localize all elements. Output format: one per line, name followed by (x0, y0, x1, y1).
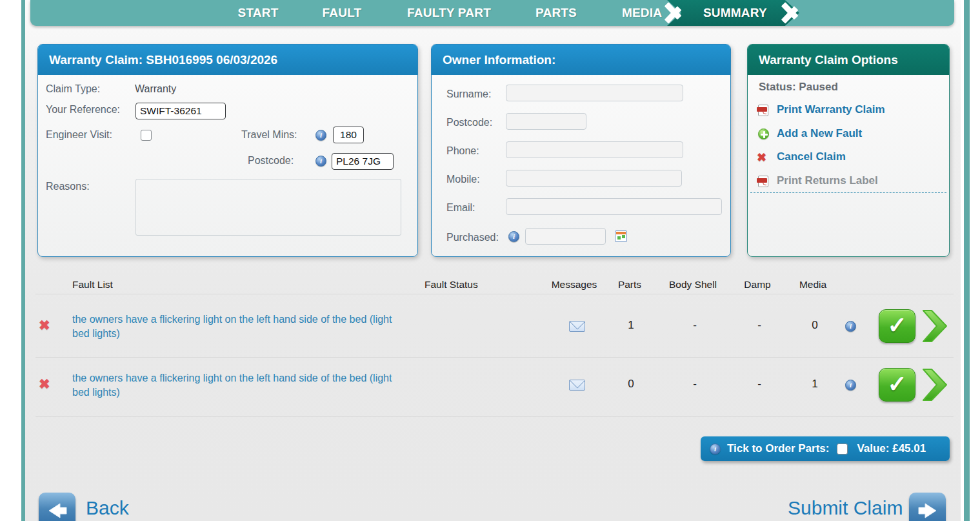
chevron-right-icon (783, 0, 800, 26)
open-fault-arrow-icon[interactable] (921, 309, 948, 343)
nav-step-fault[interactable]: FAULT (323, 0, 362, 26)
pdf-icon (758, 176, 768, 187)
warranty-claim-options-header: Warranty Claim Options (748, 45, 949, 75)
add-new-fault-link[interactable]: Add a New Fault (777, 127, 862, 140)
media-count: 0 (812, 319, 817, 332)
print-warranty-claim-link[interactable]: Print Warranty Claim (777, 103, 885, 116)
owner-information-panel-header: Owner Information: (432, 45, 730, 75)
delete-fault-icon[interactable]: ✖ (39, 318, 50, 332)
add-icon (758, 128, 769, 139)
info-icon[interactable] (845, 321, 856, 332)
travel-mins-label: Travel Mins: (241, 129, 297, 141)
divider (35, 294, 954, 294)
step-navigation-bar: START FAULT FAULTY PART PARTS MEDIA SUMM… (30, 0, 954, 26)
email-label: Email: (446, 202, 475, 214)
your-reference-input[interactable] (135, 103, 226, 119)
warranty-claim-panel-header: Warranty Claim: SBH016995 06/03/2026 (38, 45, 417, 75)
owner-postcode-label: Postcode: (446, 117, 492, 128)
nav-step-start[interactable]: START (238, 0, 279, 26)
your-reference-label: Your Reference: (46, 104, 120, 116)
back-label[interactable]: Back (86, 497, 129, 519)
message-envelope-icon[interactable] (569, 321, 585, 332)
back-arrow-icon (45, 498, 70, 521)
visit-postcode-label: Postcode: (248, 155, 294, 167)
mobile-input[interactable] (506, 170, 682, 187)
reasons-label: Reasons: (46, 181, 90, 192)
nav-step-parts[interactable]: PARTS (535, 0, 577, 26)
delete-fault-icon[interactable]: ✖ (39, 377, 50, 391)
mobile-label: Mobile: (446, 174, 480, 185)
nav-step-faulty-part[interactable]: FAULTY PART (407, 0, 491, 26)
engineer-visit-label: Engineer Visit: (46, 129, 112, 141)
warranty-claim-panel: Warranty Claim: SBH016995 06/03/2026 Cla… (37, 44, 418, 257)
fault-complete-check-button[interactable] (879, 368, 915, 402)
engineer-visit-checkbox[interactable] (141, 130, 152, 141)
back-button[interactable] (39, 493, 75, 521)
page-left-border (21, 0, 25, 521)
page-right-border (964, 0, 970, 521)
phone-label: Phone: (446, 145, 479, 157)
divider (750, 192, 946, 193)
claim-type-value: Warranty (135, 83, 176, 95)
divider (35, 357, 954, 358)
owner-postcode-input[interactable] (506, 113, 586, 130)
nav-step-summary[interactable]: SUMMARY (667, 0, 799, 26)
fault-complete-check-button[interactable] (879, 309, 915, 343)
parts-count: 0 (628, 378, 634, 391)
fault-description-link[interactable]: the owners have a flickering light on th… (72, 312, 406, 341)
order-parts-value: Value: £45.01 (857, 442, 926, 455)
chevron-right-icon (666, 0, 683, 26)
status-text: Status: Paused (759, 81, 838, 94)
body-shell-value: - (693, 378, 697, 391)
email-input[interactable] (506, 198, 722, 215)
info-icon[interactable] (845, 380, 856, 391)
order-parts-bar: Tick to Order Parts: Value: £45.01 (701, 436, 950, 461)
damp-value: - (757, 319, 761, 332)
purchased-label: Purchased: (446, 232, 499, 243)
claim-type-label: Claim Type: (46, 83, 100, 95)
pdf-icon (758, 105, 768, 116)
forward-arrow-icon (915, 498, 941, 521)
damp-value: - (757, 378, 761, 391)
cancel-claim-link[interactable]: Cancel Claim (777, 150, 846, 163)
fault-list-header: Fault List (72, 279, 113, 291)
owner-information-title: Owner Information: (443, 53, 555, 67)
fault-description-link[interactable]: the owners have a flickering light on th… (72, 371, 406, 400)
divider (35, 416, 954, 417)
owner-information-panel: Owner Information: Surname: Postcode: Ph… (431, 44, 731, 257)
parts-header: Parts (618, 279, 641, 291)
fault-status-header: Fault Status (425, 279, 478, 291)
order-parts-checkbox[interactable] (837, 444, 848, 455)
message-envelope-icon[interactable] (569, 380, 585, 391)
info-icon[interactable] (508, 231, 519, 242)
media-header: Media (799, 279, 826, 291)
nav-step-media[interactable]: MEDIA (622, 0, 662, 26)
warranty-claim-title: Warranty Claim: SBH016995 06/03/2026 (49, 53, 277, 67)
warranty-claim-options-panel: Warranty Claim Options Status: Paused Pr… (747, 44, 950, 257)
media-count: 1 (812, 378, 817, 391)
info-icon[interactable] (710, 444, 721, 455)
damp-header: Damp (744, 279, 770, 291)
nav-step-summary-active[interactable]: SUMMARY (666, 0, 800, 26)
info-icon[interactable] (315, 156, 326, 167)
body-shell-header: Body Shell (669, 279, 717, 291)
submit-claim-button[interactable] (909, 493, 946, 521)
purchased-date-input[interactable] (525, 228, 606, 245)
open-fault-arrow-icon[interactable] (921, 367, 948, 402)
messages-header: Messages (552, 279, 597, 291)
submit-claim-label[interactable]: Submit Claim (788, 497, 903, 519)
visit-postcode-input[interactable] (332, 153, 394, 170)
warranty-claim-options-title: Warranty Claim Options (759, 53, 898, 67)
surname-input[interactable] (506, 85, 683, 101)
order-parts-label: Tick to Order Parts: (727, 442, 829, 455)
cancel-icon: ✖ (757, 152, 766, 163)
body-shell-value: - (693, 319, 697, 332)
print-returns-label-link[interactable]: Print Returns Label (777, 174, 878, 187)
travel-mins-input[interactable] (333, 127, 364, 143)
calendar-icon[interactable] (615, 230, 627, 242)
surname-label: Surname: (446, 88, 491, 100)
info-icon[interactable] (315, 130, 326, 141)
parts-count: 1 (628, 319, 634, 332)
phone-input[interactable] (506, 141, 683, 158)
reasons-textarea[interactable] (135, 179, 401, 236)
